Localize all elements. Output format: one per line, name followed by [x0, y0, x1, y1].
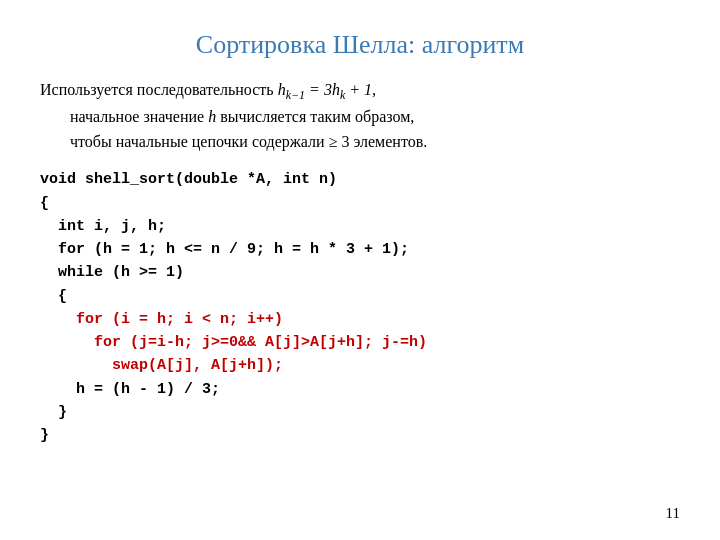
code-line-5: while (h >= 1) — [40, 261, 680, 284]
code-line-6: { — [40, 285, 680, 308]
code-line-4: for (h = 1; h <= n / 9; h = h * 3 + 1); — [40, 238, 680, 261]
code-line-10: h = (h - 1) / 3; — [40, 378, 680, 401]
code-line-11: } — [40, 401, 680, 424]
code-line-1: void shell_sort(double *A, int n) — [40, 168, 680, 191]
description-block: Используется последовательность hk−1 = 3… — [40, 78, 680, 154]
slide-number: 11 — [666, 505, 680, 522]
code-line-3: int i, j, h; — [40, 215, 680, 238]
code-line-8: for (j=i-h; j>=0&& A[j]>A[j+h]; j-=h) — [40, 331, 680, 354]
code-line-12: } — [40, 424, 680, 447]
slide: Сортировка Шелла: алгоритм Используется … — [0, 0, 720, 540]
description-line3: чтобы начальные цепочки содержали ≥ 3 эл… — [70, 130, 680, 155]
code-line-9: swap(A[j], A[j+h]); — [40, 354, 680, 377]
slide-title: Сортировка Шелла: алгоритм — [40, 30, 680, 60]
code-block: void shell_sort(double *A, int n) { int … — [40, 168, 680, 447]
description-line2: начальное значение h вычисляется таким о… — [70, 105, 680, 130]
code-line-7: for (i = h; i < n; i++) — [40, 308, 680, 331]
description-line1: Используется последовательность hk−1 = 3… — [40, 81, 376, 98]
code-line-2: { — [40, 192, 680, 215]
